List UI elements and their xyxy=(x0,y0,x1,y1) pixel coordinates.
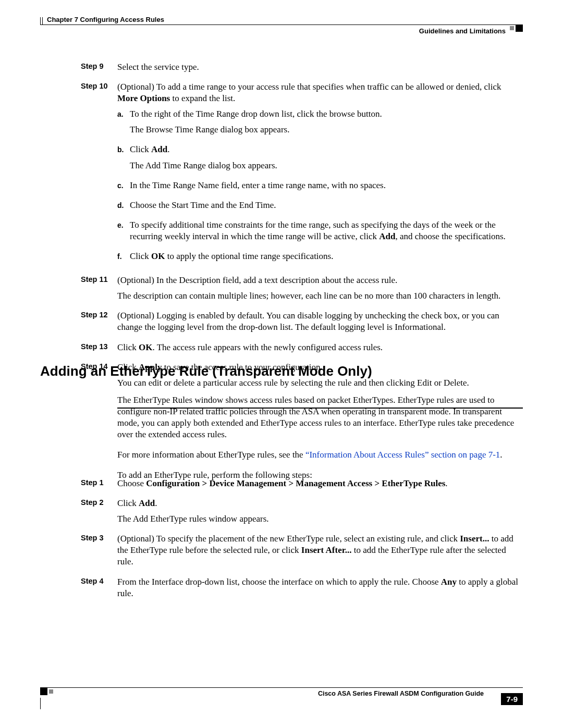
step-label: Step 13 xyxy=(81,342,117,357)
sub-e: e. To specify additional time constraint… xyxy=(117,219,523,246)
page: Chapter 7 Configuring Access Rules Guide… xyxy=(0,0,563,728)
sub-letter: a. xyxy=(117,108,130,140)
step-label: Step 3 xyxy=(81,533,117,572)
sub-letter: e. xyxy=(117,219,130,246)
content-block-3: Step 1 Choose Configuration > Device Man… xyxy=(81,478,523,608)
step-text: Select the service type. xyxy=(117,61,523,73)
sub-text: Choose the Start Time and the End Time. xyxy=(130,200,523,215)
step-1: Step 1 Choose Configuration > Device Man… xyxy=(81,478,523,493)
sub-letter: d. xyxy=(117,200,130,215)
step-label: Step 1 xyxy=(81,478,117,493)
step-10: Step 10 (Optional) To add a time range t… xyxy=(81,81,523,270)
step-body: Choose Configuration > Device Management… xyxy=(117,478,523,493)
step-9: Step 9 Select the service type. xyxy=(81,61,523,77)
sub-b: b. Click Add. The Add Time Range dialog … xyxy=(117,144,523,175)
footer-box-inner xyxy=(49,689,53,694)
intro-p1: The EtherType Rules window shows access … xyxy=(117,394,523,440)
step-body: Click OK. The access rule appears with t… xyxy=(117,342,523,357)
content-block-2: The EtherType Rules window shows access … xyxy=(117,386,523,486)
sub-d: d. Choose the Start Time and the End Tim… xyxy=(117,200,523,215)
step-13: Step 13 Click OK. The access rule appear… xyxy=(81,342,523,357)
intro-p2: For more information about EtherType rul… xyxy=(117,449,523,461)
step-body: (Optional) To specify the placement of t… xyxy=(117,533,523,572)
sub-letter: c. xyxy=(117,180,130,195)
header-section-title: Guidelines and Limitations xyxy=(419,27,506,35)
step-label: Step 12 xyxy=(81,310,117,337)
step-body: From the Interface drop-down list, choos… xyxy=(117,576,523,603)
footer-rule xyxy=(40,687,523,688)
header-rule xyxy=(40,24,523,25)
sub-text: In the Time Range Name field, enter a ti… xyxy=(130,180,523,195)
sub-letter: b. xyxy=(117,144,130,175)
step-body: (Optional) Logging is enabled by default… xyxy=(117,310,523,337)
step-label: Step 4 xyxy=(81,576,117,603)
sub-f: f. Click OK to apply the optional time r… xyxy=(117,251,523,266)
step-12: Step 12 (Optional) Logging is enabled by… xyxy=(81,310,523,337)
step-body: Select the service type. xyxy=(117,61,523,77)
step-body: (Optional) To add a time range to your a… xyxy=(117,81,523,270)
step-2: Step 2 Click Add. The Add EtherType rule… xyxy=(81,498,523,529)
step-body: Click Add. The Add EtherType rules windo… xyxy=(117,498,523,529)
sub-text: To specify additional time constraints f… xyxy=(130,219,523,246)
header-right-box xyxy=(516,24,523,32)
footer-left-bar xyxy=(40,698,41,709)
cross-ref-link[interactable]: “Information About Access Rules” section… xyxy=(305,450,500,460)
sub-a: a. To the right of the Time Range drop d… xyxy=(117,108,523,140)
step-body: (Optional) In the Description field, add… xyxy=(117,275,523,306)
sub-list: a. To the right of the Time Range drop d… xyxy=(117,108,523,266)
step-label: Step 10 xyxy=(81,81,117,270)
section-heading: Adding an EtherType Rule (Transparent Mo… xyxy=(40,363,523,379)
footer-page-number: 7-9 xyxy=(501,693,523,705)
sub-text: To the right of the Time Range drop down… xyxy=(130,108,523,140)
content-block-1: Step 9 Select the service type. Step 10 … xyxy=(81,61,523,409)
step-label: Step 9 xyxy=(81,61,117,77)
footer-box-outer xyxy=(40,688,47,695)
header-chapter: Chapter 7 Configuring Access Rules xyxy=(47,16,164,23)
sub-text: Click OK to apply the optional time rang… xyxy=(130,251,523,266)
header-left-marker xyxy=(40,17,43,24)
step-text: (Optional) To add a time range to your a… xyxy=(117,81,523,104)
sub-text: Click Add. The Add Time Range dialog box… xyxy=(130,144,523,175)
header-right-box-inner xyxy=(510,26,514,30)
step-label: Step 11 xyxy=(81,275,117,306)
step-11: Step 11 (Optional) In the Description fi… xyxy=(81,275,523,306)
step-3: Step 3 (Optional) To specify the placeme… xyxy=(81,533,523,572)
footer-book-title: Cisco ASA Series Firewall ASDM Configura… xyxy=(318,690,484,697)
sub-letter: f. xyxy=(117,251,130,266)
step-label: Step 2 xyxy=(81,498,117,529)
sub-c: c. In the Time Range Name field, enter a… xyxy=(117,180,523,195)
step-4: Step 4 From the Interface drop-down list… xyxy=(81,576,523,603)
